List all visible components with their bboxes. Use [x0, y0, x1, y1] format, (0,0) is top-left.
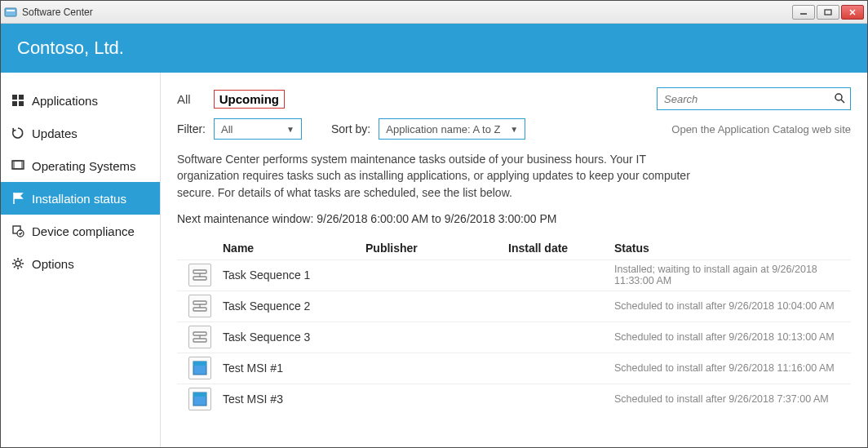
filter-value: All — [221, 123, 232, 135]
refresh-icon — [11, 126, 25, 140]
sidebar: Applications Updates Operating Systems I… — [1, 73, 161, 447]
table-row[interactable]: Task Sequence 1Installed; waiting to ins… — [177, 259, 851, 291]
sort-select[interactable]: Application name: A to Z ▼ — [379, 118, 525, 140]
tasksequence-icon — [188, 264, 211, 286]
row-name: Test MSI #3 — [223, 393, 365, 406]
row-status: Scheduled to install after 9/26/2018 7:3… — [614, 393, 851, 405]
sidebar-item-device-compliance[interactable]: Device compliance — [1, 215, 160, 247]
svg-rect-28 — [193, 301, 206, 304]
org-name: Contoso, Ltd. — [17, 38, 124, 59]
sidebar-item-operating-systems[interactable]: Operating Systems — [1, 149, 160, 182]
svg-rect-26 — [193, 277, 206, 280]
sidebar-item-label: Applications — [32, 94, 98, 108]
maintenance-window-text: Next maintenance window: 9/26/2018 6:00:… — [177, 212, 851, 225]
tasksequence-icon — [188, 295, 211, 317]
sidebar-item-options[interactable]: Options — [1, 247, 160, 280]
filter-select[interactable]: All ▼ — [214, 118, 302, 140]
sidebar-item-label: Updates — [32, 126, 78, 140]
svg-rect-11 — [14, 161, 22, 169]
sidebar-item-updates[interactable]: Updates — [1, 117, 160, 149]
row-status: Scheduled to install after 9/26/2018 10:… — [614, 331, 851, 343]
sidebar-item-label: Installation status — [32, 192, 126, 206]
row-name: Test MSI #1 — [223, 362, 365, 375]
svg-line-21 — [14, 266, 16, 268]
row-name: Task Sequence 3 — [223, 330, 365, 344]
svg-rect-3 — [825, 10, 831, 15]
msi-icon — [188, 388, 211, 410]
sidebar-item-label: Operating Systems — [32, 159, 136, 173]
col-install-date[interactable]: Install date — [508, 242, 614, 255]
svg-rect-7 — [19, 95, 24, 100]
row-name: Task Sequence 1 — [223, 268, 365, 282]
search-icon[interactable] — [834, 92, 845, 106]
svg-rect-31 — [193, 332, 206, 335]
app-icon — [4, 6, 17, 19]
svg-rect-29 — [193, 308, 206, 311]
svg-line-20 — [20, 266, 22, 268]
table-row[interactable]: Test MSI #3Scheduled to install after 9/… — [177, 384, 851, 415]
svg-point-14 — [16, 261, 20, 266]
search-input[interactable] — [662, 92, 834, 106]
sidebar-item-label: Options — [32, 257, 74, 271]
gear-icon — [11, 256, 25, 271]
tab-row: All Upcoming — [177, 87, 851, 110]
filter-row: Filter: All ▼ Sort by: Application name:… — [177, 118, 851, 140]
main-content: All Upcoming Filter: All ▼ Sort by: Appl — [161, 73, 867, 447]
tasksequence-icon — [188, 326, 211, 348]
table-row[interactable]: Test MSI #1Scheduled to install after 9/… — [177, 353, 851, 384]
svg-rect-1 — [7, 10, 15, 11]
compliance-icon — [11, 224, 25, 238]
svg-line-22 — [20, 259, 22, 261]
row-status: Scheduled to install after 9/26/2018 10:… — [614, 300, 851, 312]
catalog-link[interactable]: Open the Application Catalog web site — [671, 123, 851, 135]
chevron-down-icon: ▼ — [510, 125, 518, 134]
svg-line-24 — [841, 100, 844, 103]
sidebar-item-label: Device compliance — [32, 224, 135, 238]
table-body: Task Sequence 1Installed; waiting to ins… — [177, 259, 851, 415]
svg-rect-37 — [193, 393, 206, 397]
os-icon — [11, 158, 25, 173]
svg-rect-32 — [193, 339, 206, 342]
row-name: Task Sequence 2 — [223, 299, 365, 313]
svg-line-19 — [14, 259, 16, 261]
filter-label: Filter: — [177, 122, 206, 135]
description-text: Software Center performs system maintena… — [177, 151, 699, 201]
flag-icon — [11, 191, 25, 206]
sidebar-item-installation-status[interactable]: Installation status — [1, 182, 160, 215]
svg-rect-9 — [19, 101, 24, 106]
svg-rect-35 — [193, 362, 206, 366]
col-status[interactable]: Status — [614, 242, 851, 255]
sort-label: Sort by: — [331, 122, 370, 135]
row-status: Installed; waiting to install again at 9… — [614, 264, 851, 286]
row-status: Scheduled to install after 9/26/2018 11:… — [614, 362, 851, 374]
search-box[interactable] — [657, 87, 851, 110]
svg-point-23 — [835, 94, 842, 100]
sidebar-item-applications[interactable]: Applications — [1, 84, 160, 117]
table-row[interactable]: Task Sequence 2Scheduled to install afte… — [177, 291, 851, 322]
tab-all[interactable]: All — [177, 92, 191, 106]
svg-rect-25 — [193, 270, 206, 273]
tab-upcoming[interactable]: Upcoming — [214, 90, 285, 109]
col-publisher[interactable]: Publisher — [365, 242, 508, 255]
close-button[interactable] — [841, 5, 864, 20]
body: Applications Updates Operating Systems I… — [1, 73, 867, 447]
msi-icon — [188, 357, 211, 379]
minimize-button[interactable] — [792, 5, 815, 20]
svg-rect-8 — [12, 101, 17, 106]
sort-value: Application name: A to Z — [386, 123, 500, 135]
apps-icon — [11, 93, 25, 108]
titlebar: Software Center — [1, 1, 867, 24]
table-header: Name Publisher Install date Status — [177, 237, 851, 259]
window-title: Software Center — [22, 7, 93, 18]
col-name[interactable]: Name — [223, 242, 365, 255]
svg-rect-0 — [5, 8, 16, 16]
brand-bar: Contoso, Ltd. — [1, 24, 867, 73]
chevron-down-icon: ▼ — [286, 125, 294, 134]
maximize-button[interactable] — [817, 5, 839, 20]
svg-rect-6 — [12, 95, 17, 100]
table-row[interactable]: Task Sequence 3Scheduled to install afte… — [177, 322, 851, 353]
app-window: Software Center Contoso, Ltd. Applicatio… — [0, 0, 868, 448]
